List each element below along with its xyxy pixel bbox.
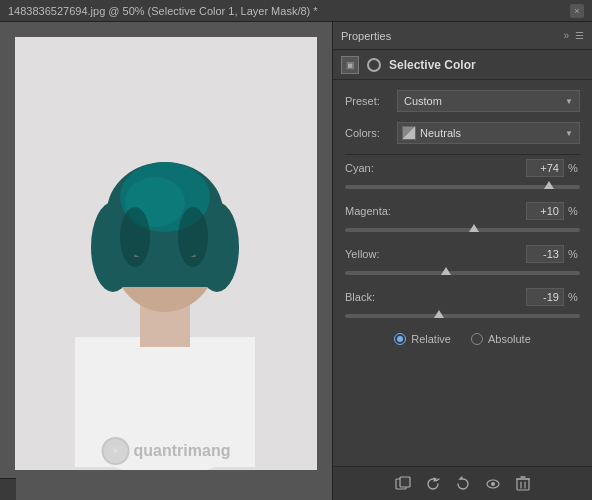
- slider-value-row-1: +10 %: [526, 202, 580, 220]
- panel-collapse-icon[interactable]: »: [563, 30, 569, 41]
- panel-header-title: Properties: [341, 30, 391, 42]
- panel-header: Properties » ☰: [333, 22, 592, 50]
- title-bar-text: 1483836527694.jpg @ 50% (Selective Color…: [8, 5, 570, 17]
- slider-track-bg-1: [345, 228, 580, 232]
- slider-value-row-2: -13 %: [526, 245, 580, 263]
- slider-header-0: Cyan: +74 %: [345, 159, 580, 177]
- radio-relative-circle: [394, 333, 406, 345]
- title-bar-close-button[interactable]: ×: [570, 4, 584, 18]
- title-bar: 1483836527694.jpg @ 50% (Selective Color…: [0, 0, 592, 22]
- canvas-content: [15, 37, 317, 470]
- radio-relative-dot: [397, 336, 403, 342]
- slider-value-box-1[interactable]: +10: [526, 202, 564, 220]
- radio-row: Relative Absolute: [345, 333, 580, 345]
- slider-track-3[interactable]: [345, 309, 580, 323]
- panel-toolbar: [333, 466, 592, 500]
- properties-panel: Properties » ☰ ▣ Selective Color Preset:…: [332, 22, 592, 500]
- radio-absolute-label: Absolute: [488, 333, 531, 345]
- layer-title-row: ▣ Selective Color: [333, 50, 592, 80]
- slider-value-row-0: +74 %: [526, 159, 580, 177]
- slider-section-1: Magenta: +10 %: [345, 202, 580, 237]
- preset-label: Preset:: [345, 95, 397, 107]
- preset-value: Custom: [404, 95, 442, 107]
- preset-dropdown-arrow: ▼: [565, 97, 573, 106]
- main-area: ☀ quantrimang Properties » ☰ ▣ Selective…: [0, 22, 592, 500]
- slider-thumb-2: [441, 267, 451, 275]
- panel-menu-icon[interactable]: ☰: [575, 30, 584, 41]
- radio-relative-label: Relative: [411, 333, 451, 345]
- slider-track-2[interactable]: [345, 266, 580, 280]
- radio-absolute-circle: [471, 333, 483, 345]
- slider-unit-3: %: [568, 291, 580, 303]
- svg-rect-14: [400, 477, 410, 487]
- layer-mask-icon: ▣: [341, 56, 359, 74]
- slider-thumb-1: [469, 224, 479, 232]
- slider-value-row-3: -19 %: [526, 288, 580, 306]
- color-swatch: [402, 126, 416, 140]
- svg-point-16: [491, 482, 495, 486]
- panel-header-icons: » ☰: [563, 30, 584, 41]
- slider-label-3: Black:: [345, 291, 375, 303]
- slider-section-3: Black: -19 %: [345, 288, 580, 323]
- svg-point-11: [120, 207, 150, 267]
- slider-value-box-2[interactable]: -13: [526, 245, 564, 263]
- status-bar: [0, 478, 16, 500]
- toolbar-delete-button[interactable]: [512, 473, 534, 495]
- panel-body: Preset: Custom ▼ Colors: Neutrals ▼: [333, 80, 592, 466]
- slider-thumb-3: [434, 310, 444, 318]
- watermark-text: quantrimang: [134, 442, 231, 460]
- watermark-icon: ☀: [102, 437, 130, 465]
- colors-label: Colors:: [345, 127, 397, 139]
- preset-dropdown[interactable]: Custom ▼: [397, 90, 580, 112]
- slider-value-box-3[interactable]: -19: [526, 288, 564, 306]
- slider-label-1: Magenta:: [345, 205, 391, 217]
- slider-section-2: Yellow: -13 %: [345, 245, 580, 280]
- toolbar-refresh-button[interactable]: [422, 473, 444, 495]
- colors-value: Neutrals: [420, 127, 461, 139]
- slider-track-bg-0: [345, 185, 580, 189]
- slider-header-1: Magenta: +10 %: [345, 202, 580, 220]
- colors-icon-label: Neutrals: [402, 126, 461, 140]
- slider-label-0: Cyan:: [345, 162, 374, 174]
- slider-unit-2: %: [568, 248, 580, 260]
- watermark: ☀ quantrimang: [102, 437, 231, 465]
- colors-row: Colors: Neutrals ▼: [345, 122, 580, 144]
- slider-unit-0: %: [568, 162, 580, 174]
- slider-thumb-0: [544, 181, 554, 189]
- radio-relative[interactable]: Relative: [394, 333, 451, 345]
- slider-track-1[interactable]: [345, 223, 580, 237]
- colors-dropdown-arrow: ▼: [565, 129, 573, 138]
- slider-track-0[interactable]: [345, 180, 580, 194]
- slider-track-bg-3: [345, 314, 580, 318]
- canvas-image: [15, 37, 317, 470]
- colors-dropdown[interactable]: Neutrals ▼: [397, 122, 580, 144]
- divider-1: [345, 154, 580, 155]
- slider-track-bg-2: [345, 271, 580, 275]
- layer-title-text: Selective Color: [389, 58, 476, 72]
- slider-header-2: Yellow: -13 %: [345, 245, 580, 263]
- slider-label-2: Yellow:: [345, 248, 379, 260]
- toolbar-visibility-button[interactable]: [482, 473, 504, 495]
- toolbar-new-layer-button[interactable]: [392, 473, 414, 495]
- svg-rect-17: [517, 479, 529, 490]
- slider-section-0: Cyan: +74 %: [345, 159, 580, 194]
- canvas-area: ☀ quantrimang: [0, 22, 332, 500]
- preset-row: Preset: Custom ▼: [345, 90, 580, 112]
- layer-adjustment-icon: [367, 58, 381, 72]
- toolbar-reset-button[interactable]: [452, 473, 474, 495]
- slider-header-3: Black: -19 %: [345, 288, 580, 306]
- radio-absolute[interactable]: Absolute: [471, 333, 531, 345]
- slider-value-box-0[interactable]: +74: [526, 159, 564, 177]
- slider-unit-1: %: [568, 205, 580, 217]
- svg-point-12: [178, 207, 208, 267]
- sliders-container: Cyan: +74 % Magenta: +10 %: [345, 159, 580, 323]
